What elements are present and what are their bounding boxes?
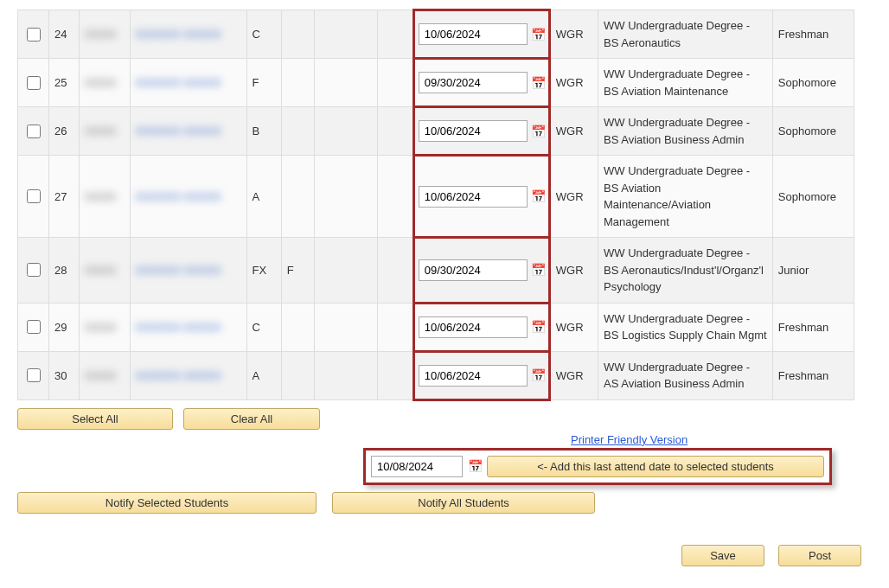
- student-id: 00000: [80, 10, 131, 59]
- grade-cell: B: [246, 107, 281, 156]
- degree-cell: WW Undergraduate Degree - BS Aviation Ma…: [598, 59, 773, 107]
- table-row: 29 00000 XXXXXX XXXXX C 📅 WGR WW Undergr…: [18, 303, 854, 351]
- grade-roster-table: 24 00000 XXXXXX XXXXX C 📅 WGR WW Undergr…: [17, 9, 854, 401]
- grade2-cell: [281, 303, 314, 351]
- standing-cell: Freshman: [772, 10, 854, 59]
- notify-all-button[interactable]: Notify All Students: [332, 492, 595, 514]
- date-cell: 📅: [413, 10, 549, 59]
- save-button[interactable]: Save: [681, 545, 764, 566]
- row-checkbox[interactable]: [27, 76, 41, 90]
- blank-cell-1: [315, 107, 378, 156]
- post-button[interactable]: Post: [778, 545, 861, 566]
- standing-cell: Freshman: [772, 303, 854, 351]
- code-cell: WGR: [549, 303, 598, 351]
- date-cell: 📅: [413, 303, 549, 351]
- student-name[interactable]: XXXXXX XXXXX: [130, 156, 246, 238]
- standing-cell: Junior: [772, 238, 854, 304]
- calendar-icon[interactable]: 📅: [531, 125, 545, 138]
- student-name[interactable]: XXXXXX XXXXX: [130, 107, 246, 156]
- grade2-cell: [281, 107, 314, 156]
- row-checkbox[interactable]: [27, 263, 41, 277]
- calendar-icon[interactable]: 📅: [531, 76, 545, 90]
- last-attend-date-input[interactable]: [419, 259, 528, 281]
- row-checkbox[interactable]: [27, 125, 41, 138]
- student-id: 00000: [80, 107, 131, 156]
- date-cell: 📅: [413, 59, 549, 107]
- row-number: 29: [49, 303, 80, 351]
- last-attend-date-input[interactable]: [419, 186, 528, 208]
- table-row: 25 00000 XXXXXX XXXXX F 📅 WGR WW Undergr…: [18, 59, 854, 107]
- date-cell: 📅: [413, 107, 549, 156]
- student-name[interactable]: XXXXXX XXXXX: [130, 238, 246, 304]
- blank-cell-1: [315, 238, 378, 304]
- grade-cell: C: [246, 303, 281, 351]
- last-attend-date-input[interactable]: [419, 23, 528, 45]
- last-attend-date-input[interactable]: [419, 365, 528, 387]
- row-checkbox[interactable]: [27, 28, 41, 42]
- add-date-panel: 📅 <- Add this last attend date to select…: [363, 448, 832, 485]
- calendar-icon[interactable]: 📅: [468, 459, 482, 473]
- row-checkbox[interactable]: [27, 320, 41, 334]
- grade2-cell: F: [281, 238, 314, 304]
- table-row: 26 00000 XXXXXX XXXXX B 📅 WGR WW Undergr…: [18, 107, 854, 156]
- student-name[interactable]: XXXXXX XXXXX: [130, 303, 246, 351]
- bulk-date-input[interactable]: [371, 456, 463, 477]
- blank-cell-1: [315, 59, 378, 107]
- grade-cell: FX: [246, 238, 281, 304]
- printer-friendly-link[interactable]: Printer Friendly Version: [571, 433, 688, 446]
- select-all-button[interactable]: Select All: [17, 408, 173, 430]
- row-number: 25: [49, 59, 80, 107]
- degree-cell: WW Undergraduate Degree - BS Aviation Bu…: [598, 107, 773, 156]
- notify-controls: Notify Selected Students Notify All Stud…: [17, 492, 872, 514]
- grade-cell: C: [246, 10, 281, 59]
- last-attend-date-input[interactable]: [419, 72, 528, 93]
- table-row: 24 00000 XXXXXX XXXXX C 📅 WGR WW Undergr…: [18, 10, 854, 59]
- blank-cell-2: [377, 10, 413, 59]
- date-cell: 📅: [413, 351, 549, 399]
- last-attend-date-input[interactable]: [419, 316, 528, 338]
- last-attend-date-input[interactable]: [419, 120, 528, 142]
- calendar-icon[interactable]: 📅: [531, 368, 545, 382]
- row-checkbox[interactable]: [27, 368, 41, 382]
- selection-controls: Select All Clear All: [17, 408, 872, 430]
- blank-cell-1: [315, 351, 378, 399]
- standing-cell: Freshman: [772, 351, 854, 399]
- calendar-icon[interactable]: 📅: [531, 263, 545, 277]
- blank-cell-2: [377, 59, 413, 107]
- code-cell: WGR: [549, 238, 598, 304]
- degree-cell: WW Undergraduate Degree - BS Aeronautics: [598, 10, 773, 59]
- standing-cell: Sophomore: [772, 107, 854, 156]
- grade-cell: A: [246, 156, 281, 238]
- calendar-icon[interactable]: 📅: [531, 189, 545, 203]
- code-cell: WGR: [549, 351, 598, 399]
- code-cell: WGR: [549, 59, 598, 107]
- row-number: 28: [49, 238, 80, 304]
- student-id: 00000: [80, 351, 131, 399]
- student-id: 00000: [80, 59, 131, 107]
- blank-cell-2: [377, 351, 413, 399]
- grade2-cell: [281, 10, 314, 59]
- add-date-button[interactable]: <- Add this last attend date to selected…: [487, 456, 824, 477]
- student-name[interactable]: XXXXXX XXXXX: [130, 59, 246, 107]
- student-id: 00000: [80, 303, 131, 351]
- save-controls: Save Post: [17, 545, 872, 566]
- blank-cell-2: [377, 156, 413, 238]
- row-checkbox[interactable]: [27, 189, 41, 203]
- calendar-icon[interactable]: 📅: [531, 320, 545, 334]
- grade2-cell: [281, 59, 314, 107]
- clear-all-button[interactable]: Clear All: [183, 408, 320, 430]
- table-row: 28 00000 XXXXXX XXXXX FX F 📅 WGR WW Unde…: [18, 238, 854, 304]
- date-cell: 📅: [413, 156, 549, 238]
- student-name[interactable]: XXXXXX XXXXX: [130, 10, 246, 59]
- table-row: 27 00000 XXXXXX XXXXX A 📅 WGR WW Undergr…: [18, 156, 854, 238]
- student-name[interactable]: XXXXXX XXXXX: [130, 351, 246, 399]
- notify-selected-button[interactable]: Notify Selected Students: [17, 492, 317, 514]
- code-cell: WGR: [549, 107, 598, 156]
- standing-cell: Sophomore: [772, 59, 854, 107]
- row-number: 27: [49, 156, 80, 238]
- calendar-icon[interactable]: 📅: [531, 28, 545, 42]
- grade2-cell: [281, 351, 314, 399]
- blank-cell-1: [315, 303, 378, 351]
- row-number: 30: [49, 351, 80, 399]
- degree-cell: WW Undergraduate Degree - BS Aeronautics…: [598, 238, 773, 304]
